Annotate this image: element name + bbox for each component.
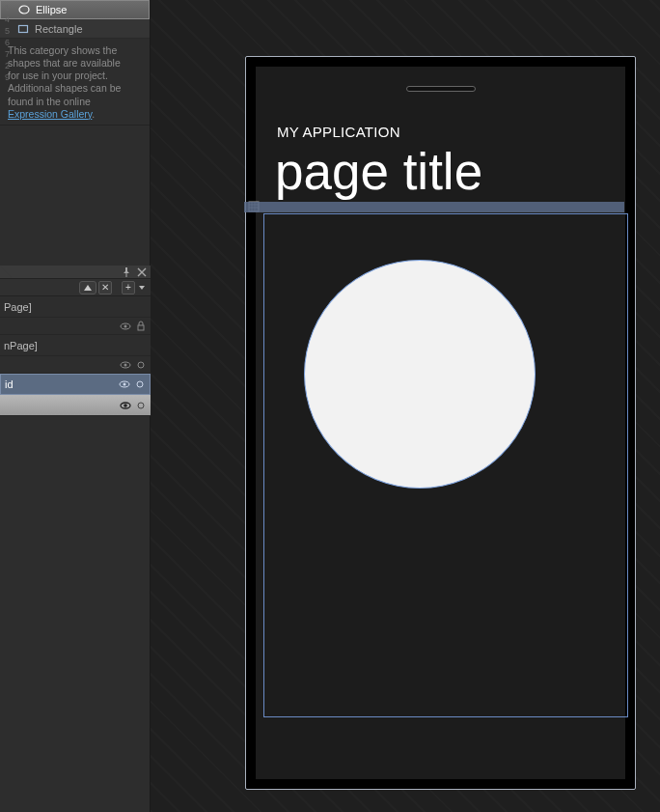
design-canvas[interactable]: MY APPLICATION page title [151,0,660,812]
phone-speaker [406,86,476,92]
svg-point-9 [124,383,126,386]
eye-icon[interactable] [120,359,131,371]
record-dot-icon[interactable] [135,359,147,371]
phone-device-frame: MY APPLICATION page title [245,56,636,790]
objects-panel-toolbar: ✕ + [0,279,151,296]
shapes-list: 1 4 5 6 7 2 9 Ellipse Rectangle [0,0,150,126]
add-button[interactable]: + [122,281,135,294]
dropdown-button[interactable] [137,281,147,294]
record-dot-icon[interactable] [135,400,147,411]
page-title: page title [275,142,482,201]
pin-icon[interactable] [122,267,131,277]
nav-up-button[interactable] [79,281,96,294]
tree-row-ellipse-object[interactable] [0,395,151,416]
shapes-help-text: This category shows the shapes that are … [0,39,150,125]
shape-item-label: Ellipse [36,4,67,15]
eye-icon[interactable] [120,321,131,332]
tree-row-grid[interactable]: id [0,374,151,395]
phone-screen: MY APPLICATION page title [256,67,625,779]
svg-point-7 [138,362,144,368]
tree-row-npage[interactable]: nPage] [0,335,151,356]
close-button[interactable]: ✕ [98,281,112,294]
tree-row-label: Page] [4,301,32,313]
svg-point-6 [124,363,127,366]
expression-gallery-link[interactable]: Expression Gallery [8,108,92,120]
shape-item-label: Rectangle [35,23,83,35]
svg-point-12 [124,404,127,407]
svg-rect-1 [19,25,28,32]
tree-row-npage-icons [0,356,151,374]
tree-row-page-icons [0,318,151,335]
svg-point-13 [138,403,144,408]
svg-point-0 [19,6,29,14]
objects-panel-tabstrip [0,266,151,279]
objects-panel: ✕ + Page] nPage] [0,266,151,416]
shape-item-rectangle[interactable]: Rectangle [0,19,150,39]
panel-tab-handle[interactable] [0,266,12,278]
ellipse-icon [18,4,30,15]
layout-guide-bar[interactable] [244,202,624,212]
rectangle-icon [17,23,29,35]
ellipse-shape[interactable] [304,260,536,489]
svg-rect-4 [138,325,144,330]
app-title: MY APPLICATION [277,124,400,140]
tree-row-label: nPage] [4,340,38,351]
tree-row-label: id [5,378,14,390]
close-icon[interactable] [137,267,147,277]
svg-point-3 [124,324,127,327]
tree-row-page[interactable]: Page] [0,296,151,318]
record-dot-icon[interactable] [134,378,146,390]
svg-point-10 [137,381,143,387]
lock-icon[interactable] [135,321,147,332]
shape-item-ellipse[interactable]: Ellipse [0,0,150,19]
left-pane: 1 4 5 6 7 2 9 Ellipse Rectangle [0,0,151,812]
objects-tree: Page] nPage] id [0,296,151,416]
eye-icon[interactable] [120,400,131,411]
eye-icon[interactable] [119,378,130,390]
